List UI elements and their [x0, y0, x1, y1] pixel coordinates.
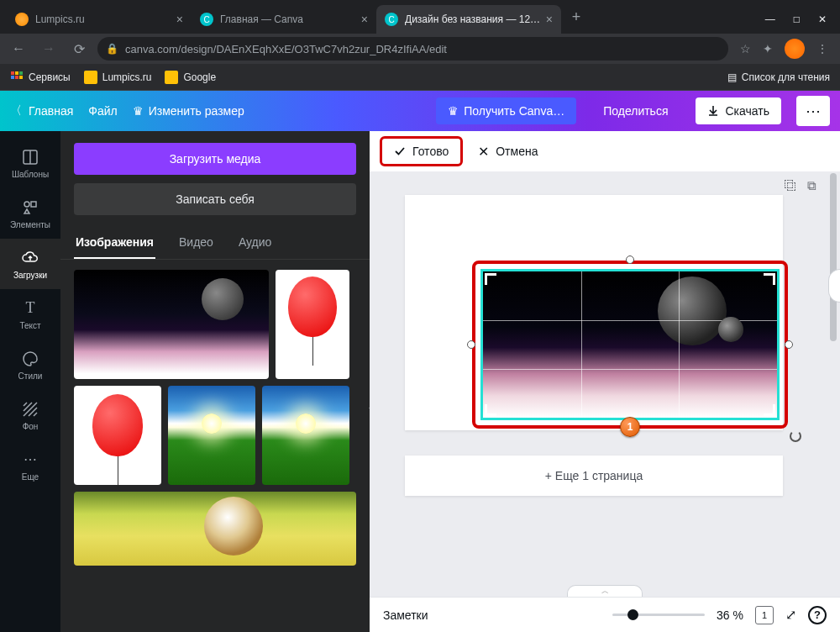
menu-icon[interactable]: ⋮ — [816, 42, 828, 55]
pages-button[interactable]: 1 — [755, 606, 774, 624]
minimize-icon[interactable]: ― — [765, 13, 775, 25]
page-actions: ⿻ ⧉ — [785, 178, 816, 193]
favicon-icon: C — [200, 13, 213, 26]
maximize-icon[interactable]: □ — [794, 13, 800, 25]
resize-handle[interactable] — [626, 255, 634, 264]
svg-rect-3 — [11, 76, 14, 79]
rail-label: Еще — [22, 472, 39, 482]
media-thumb[interactable] — [74, 492, 356, 566]
crown-icon: ♛ — [133, 104, 144, 118]
new-tab-button[interactable]: + — [564, 5, 588, 29]
list-icon: ▤ — [727, 71, 737, 83]
main-area: Шаблоны Элементы Загрузки T Текст Стили … — [0, 131, 840, 632]
svg-rect-5 — [19, 76, 23, 79]
tab-title: Главная — Canva — [220, 13, 356, 25]
close-icon: ✕ — [478, 144, 489, 160]
download-icon — [707, 105, 719, 117]
upload-media-button[interactable]: Загрузить медиа — [74, 143, 356, 175]
close-icon[interactable]: × — [176, 13, 183, 26]
chevron-left-icon: 〈 — [10, 103, 22, 118]
browser-tab-2[interactable]: C Главная — Canva × — [192, 5, 376, 34]
share-button[interactable]: Поделиться — [591, 97, 680, 124]
bookmark-label: Lumpics.ru — [102, 71, 152, 83]
rail-uploads[interactable]: Загрузки — [0, 239, 60, 289]
reading-list[interactable]: ▤ Список для чтения — [727, 71, 830, 83]
uploads-icon — [21, 249, 39, 267]
media-thumb[interactable] — [262, 386, 349, 485]
rail-more[interactable]: ⋯ Еще — [0, 440, 60, 491]
page-peek-handle[interactable]: ︿ — [567, 585, 643, 597]
canvas-page[interactable]: 1 — [405, 195, 783, 430]
get-canva-button[interactable]: ♛ Получить Canva… — [436, 97, 576, 124]
duplicate-page-icon[interactable]: ⿻ — [785, 178, 797, 193]
media-thumb[interactable] — [74, 386, 161, 485]
canva-topbar: 〈 Главная Файл ♛ Изменить размер ♛ Получ… — [0, 91, 840, 131]
bookmark-services[interactable]: Сервисы — [10, 71, 71, 84]
templates-icon — [21, 148, 39, 166]
resize-menu[interactable]: ♛ Изменить размер — [133, 104, 244, 118]
crop-cancel-button[interactable]: ✕ Отмена — [470, 137, 546, 166]
rail-text[interactable]: T Текст — [0, 289, 60, 340]
rail-templates[interactable]: Шаблоны — [0, 138, 60, 188]
close-icon[interactable]: × — [546, 13, 553, 26]
close-icon[interactable]: × — [361, 13, 368, 26]
rail-label: Загрузки — [13, 271, 47, 280]
add-page-button[interactable]: + Еще 1 страница — [405, 456, 783, 496]
styles-icon — [21, 350, 39, 368]
tab-audio[interactable]: Аудио — [237, 229, 274, 259]
text-icon: T — [21, 299, 39, 318]
crop-selection[interactable]: 1 — [472, 261, 788, 429]
url-input[interactable]: 🔒 canva.com/design/DAEnXEqhXxE/O3TwC7vh2… — [97, 37, 728, 61]
media-tabs: Изображения Видео Аудио — [60, 224, 370, 260]
rail-label: Фон — [23, 422, 39, 431]
tab-video[interactable]: Видео — [177, 229, 215, 259]
media-thumb[interactable] — [168, 386, 255, 485]
download-button[interactable]: Скачать — [696, 97, 782, 124]
getcanva-label: Получить Canva… — [464, 104, 564, 118]
crown-icon: ♛ — [448, 104, 459, 118]
resize-handle[interactable] — [467, 340, 475, 349]
bookmarks-bar: Сервисы Lumpics.ru Google ▤ Список для ч… — [0, 64, 840, 91]
favicon-icon — [15, 13, 29, 26]
url-text: canva.com/design/DAEnXEqhXxE/O3TwC7vh2zu… — [125, 43, 447, 55]
rail-background[interactable]: Фон — [0, 390, 60, 440]
rail-label: Элементы — [10, 220, 50, 229]
media-thumb[interactable] — [276, 270, 349, 379]
bookmark-google[interactable]: Google — [165, 71, 216, 84]
tab-images[interactable]: Изображения — [74, 229, 155, 259]
resize-handle[interactable] — [785, 340, 793, 349]
crop-frame[interactable] — [480, 269, 780, 420]
forward-button[interactable]: → — [37, 37, 60, 61]
zoom-slider[interactable] — [612, 614, 705, 616]
folder-icon — [165, 71, 178, 84]
back-button[interactable]: ← — [7, 37, 30, 61]
fullscreen-icon[interactable]: ⤢ — [785, 607, 796, 623]
file-menu[interactable]: Файл — [88, 104, 117, 118]
rotate-handle[interactable] — [790, 430, 801, 442]
bookmark-lumpics[interactable]: Lumpics.ru — [84, 71, 152, 84]
rail-styles[interactable]: Стили — [0, 340, 60, 390]
record-yourself-button[interactable]: Записать себя — [74, 183, 356, 215]
vertical-scrollbar[interactable] — [828, 173, 838, 595]
reload-button[interactable]: ⟳ — [67, 37, 91, 61]
profile-avatar[interactable] — [785, 39, 805, 59]
side-peek-handle[interactable] — [828, 269, 840, 303]
crop-image — [483, 271, 777, 418]
extension-icon[interactable]: ✦ — [763, 42, 773, 55]
crop-toolbar: Готово ✕ Отмена — [370, 131, 840, 171]
browser-tab-1[interactable]: Lumpics.ru × — [7, 5, 192, 34]
star-icon[interactable]: ☆ — [740, 42, 751, 55]
download-label: Скачать — [726, 104, 770, 118]
add-page-icon[interactable]: ⧉ — [807, 178, 816, 193]
more-button[interactable]: ⋯ — [796, 96, 830, 126]
notes-button[interactable]: Заметки — [383, 608, 428, 622]
canvas-viewport[interactable]: ⿻ ⧉ — [370, 171, 840, 597]
media-thumb[interactable] — [74, 270, 269, 379]
rail-elements[interactable]: Элементы — [0, 188, 60, 239]
close-window-icon[interactable]: ✕ — [818, 13, 827, 25]
done-label: Готово — [412, 145, 449, 158]
crop-done-button[interactable]: Готово — [380, 136, 463, 166]
home-link[interactable]: 〈 Главная — [10, 103, 73, 118]
help-icon[interactable]: ? — [808, 606, 827, 624]
browser-tab-3[interactable]: C Дизайн без названия — 1280 × — [376, 5, 561, 34]
